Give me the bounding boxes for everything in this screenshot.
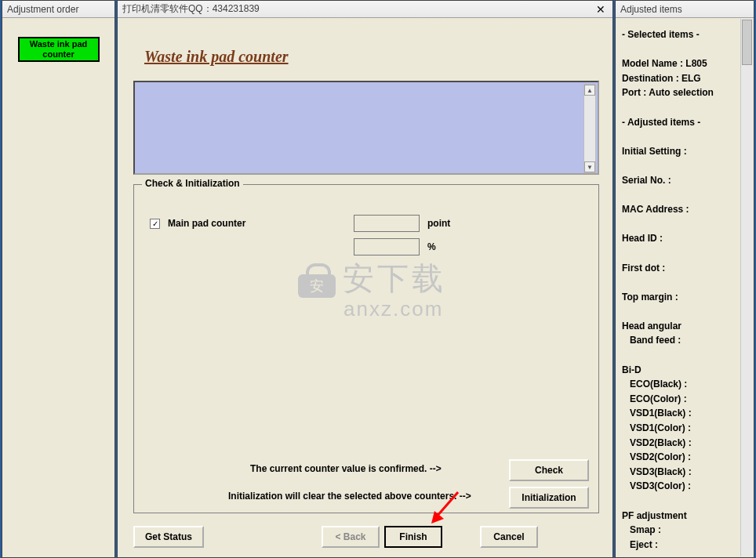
initialization-button[interactable]: Initialization [509,487,589,509]
vsd1-black: VSD1(Black) : [622,406,749,421]
unit-point: point [427,218,450,229]
main-pad-point-field [354,215,420,232]
main-pad-checkbox[interactable]: ✓ [150,219,160,229]
main-pad-percent-field [354,238,420,255]
scroll-down-icon[interactable]: ▼ [584,161,595,172]
get-status-button[interactable]: Get Status [133,526,204,548]
check-button[interactable]: Check [509,459,589,481]
waste-ink-pad-counter-nav-button[interactable]: Waste ink pad counter [18,37,100,62]
main-pad-percent-row: % [354,238,436,255]
model-name: Model Name : L805 [622,56,749,71]
mac-address: MAC Address : [622,202,749,217]
initial-setting: Initial Setting : [622,144,749,159]
unit-percent: % [427,241,436,252]
check-initialization-group: Check & Initialization ✓ Main pad counte… [133,184,599,513]
destination: Destination : ELG [622,71,749,86]
cancel-button[interactable]: Cancel [480,526,538,548]
adjusted-items-scrollbar[interactable] [740,19,753,556]
log-scrollbar[interactable]: ▲ ▼ [583,84,596,173]
eco-color: ECO(Color) : [622,392,749,407]
top-margin: Top margin : [622,290,749,305]
group-legend: Check & Initialization [142,178,243,189]
vsd3-black: VSD3(Black) : [622,465,749,480]
back-button: < Back [322,526,380,548]
adjusted-items-body: - Selected items - Model Name : L805 Des… [616,18,754,557]
head-id: Head ID : [622,231,749,246]
waste-ink-pad-counter-nav-label: Waste ink pad counter [20,39,98,59]
main-titlebar: 打印机清零软件QQ：434231839 ✕ [118,1,612,18]
pf-adjustment: PF adjustment [622,509,749,524]
page-title: Waste ink pad counter [144,48,289,66]
adjusted-items-panel: Adjusted items - Selected items - Model … [615,0,754,558]
scrollbar-thumb[interactable] [742,20,752,65]
main-pad-counter-row: ✓ Main pad counter [150,218,245,229]
eject: Eject : [622,538,749,553]
adjustment-order-titlebar: Adjustment order [2,1,114,18]
main-window-title: 打印机清零软件QQ：434231839 [122,2,260,16]
main-panel: 打印机清零软件QQ：434231839 ✕ Waste ink pad coun… [117,0,613,558]
first-dot: First dot : [622,261,749,276]
vsd2-black: VSD2(Black) : [622,436,749,451]
serial-no: Serial No. : [622,173,749,188]
vsd2-color: VSD2(Color) : [622,450,749,465]
adjustment-order-panel: Adjustment order Waste ink pad counter [2,0,115,558]
confirm-text: The current counter value is confirmed. … [250,463,442,474]
eco-black: ECO(Black) : [622,377,749,392]
bi-d: Bi-D [622,363,749,378]
scroll-up-icon[interactable]: ▲ [584,85,595,96]
head-angular: Head angular [622,319,749,334]
adjusted-header: - Adjusted items - [622,115,749,130]
log-textarea[interactable]: ▲ ▼ [133,81,599,175]
adjustment-order-title: Adjustment order [7,4,78,15]
main-body: Waste ink pad counter ▲ ▼ Check & Initia… [118,18,612,557]
port: Port : Auto selection [622,85,749,100]
main-pad-point-row: point [354,215,450,232]
vsd1-color: VSD1(Color) : [622,421,749,436]
band-feed: Band feed : [622,333,749,348]
selected-header: - Selected items - [622,27,749,42]
smap: Smap : [622,523,749,538]
main-pad-label: Main pad counter [168,218,245,229]
close-icon[interactable]: ✕ [594,3,608,16]
adjusted-items-title: Adjusted items [620,4,682,15]
init-text: Initialization will clear the selected a… [228,491,471,502]
vsd3-color: VSD3(Color) : [622,479,749,494]
finish-button[interactable]: Finish [384,526,442,548]
adjusted-items-titlebar: Adjusted items [616,1,754,18]
